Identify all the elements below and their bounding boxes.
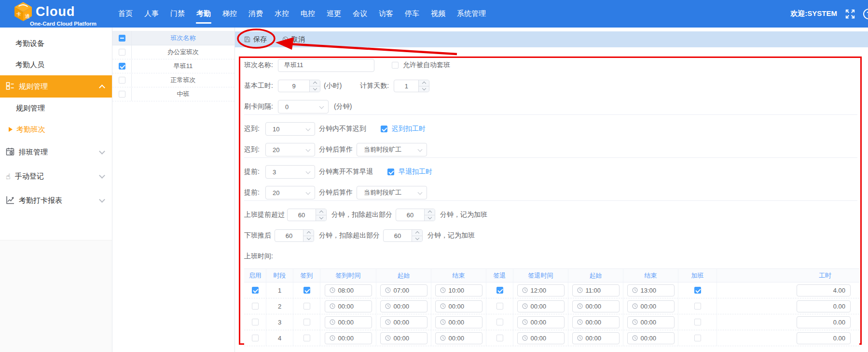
spinner-up-icon[interactable] — [419, 80, 429, 86]
signout-checkbox[interactable] — [496, 303, 503, 310]
sidebar-group-考勤打卡报表[interactable]: 考勤打卡报表 — [0, 188, 112, 212]
enable-checkbox[interactable] — [252, 319, 259, 325]
signin-start-input[interactable]: 00:00 — [380, 300, 427, 312]
spinner-up-icon[interactable] — [412, 230, 422, 236]
shift-row-checkbox[interactable] — [119, 49, 125, 56]
spinner-control[interactable] — [316, 209, 326, 221]
work-hours-input[interactable]: 4.00 — [797, 284, 851, 296]
shift-list-row[interactable]: 早班11 — [112, 59, 234, 73]
overtime-before-threshold-input[interactable]: 60 — [287, 209, 327, 221]
spinner-control[interactable] — [418, 80, 429, 92]
signin-checkbox[interactable] — [303, 287, 310, 294]
nav-item[interactable]: 首页 — [118, 7, 133, 20]
signout-checkbox[interactable] — [496, 335, 503, 341]
spinner-up-icon[interactable] — [310, 80, 320, 86]
nav-item[interactable]: 停车 — [404, 7, 420, 20]
signout-end-input[interactable]: 00:00 — [627, 316, 675, 328]
calc-days-input[interactable]: 1 — [394, 80, 429, 92]
signin-end-input[interactable]: 10:00 — [435, 284, 482, 296]
fullscreen-icon[interactable] — [845, 9, 855, 19]
late-absent-select[interactable]: 20 — [265, 143, 315, 156]
work-hours-input[interactable]: 0.00 — [797, 332, 851, 344]
sidebar-group-规则管理[interactable]: 规则管理 — [0, 75, 112, 98]
early-allow-select[interactable]: 3 — [265, 165, 315, 179]
signin-checkbox[interactable] — [303, 303, 310, 310]
late-deduct-checkbox[interactable] — [381, 126, 387, 132]
signout-time-input[interactable]: 00:00 — [517, 316, 565, 328]
sidebar-group-排班管理[interactable]: 排班管理 — [0, 140, 112, 164]
spinner-down-icon[interactable] — [310, 86, 320, 92]
signin-end-input[interactable]: 00:00 — [435, 332, 482, 344]
nav-item[interactable]: 考勤 — [196, 7, 211, 20]
signout-end-input[interactable]: 00:00 — [627, 332, 675, 344]
spinner-control[interactable] — [424, 209, 435, 221]
spinner-up-icon[interactable] — [425, 209, 435, 215]
nav-item[interactable]: 水控 — [274, 7, 289, 20]
overtime-checkbox[interactable] — [694, 287, 701, 294]
enable-checkbox[interactable] — [252, 287, 259, 294]
early-absent-select[interactable]: 20 — [265, 186, 315, 199]
work-hours-input[interactable]: 0.00 — [797, 300, 851, 312]
nav-item[interactable]: 访客 — [378, 7, 394, 20]
nav-item[interactable]: 人事 — [144, 7, 159, 20]
shift-list-row[interactable]: 中班 — [112, 87, 234, 101]
work-hours-input[interactable]: 0.00 — [797, 316, 851, 328]
late-allow-select[interactable]: 10 — [265, 122, 315, 136]
sidebar-item-考勤班次[interactable]: 考勤班次 — [0, 119, 112, 140]
enable-checkbox[interactable] — [252, 335, 259, 341]
help-icon[interactable]: ? — [863, 9, 868, 19]
sidebar-item-考勤设备[interactable]: 考勤设备 — [0, 33, 112, 54]
enable-checkbox[interactable] — [252, 303, 259, 310]
signin-checkbox[interactable] — [303, 319, 310, 325]
nav-item[interactable]: 会议 — [352, 7, 368, 20]
overtime-checkbox[interactable] — [694, 335, 701, 341]
signin-time-input[interactable]: 00:00 — [325, 300, 372, 312]
spinner-down-icon[interactable] — [412, 236, 422, 242]
signin-start-input[interactable]: 07:00 — [380, 284, 427, 296]
spinner-down-icon[interactable] — [425, 215, 435, 221]
swipe-interval-select[interactable]: 0 — [278, 100, 329, 113]
shift-row-checkbox[interactable] — [119, 91, 125, 98]
nav-item[interactable]: 巡更 — [326, 7, 342, 20]
shift-list-row[interactable]: 办公室班次 — [112, 45, 234, 59]
cancel-button[interactable]: 取消 — [282, 35, 305, 44]
spinner-control[interactable] — [303, 230, 314, 241]
signout-end-input[interactable]: 00:00 — [627, 300, 675, 312]
signin-start-input[interactable]: 00:00 — [380, 316, 427, 328]
signout-time-input[interactable]: 12:00 — [517, 284, 565, 296]
signout-checkbox[interactable] — [496, 319, 503, 325]
signout-time-input[interactable]: 00:00 — [517, 300, 565, 312]
overtime-after-deduct-input[interactable]: 60 — [383, 229, 423, 242]
signin-time-input[interactable]: 00:00 — [325, 332, 372, 344]
signout-start-input[interactable]: 00:00 — [572, 316, 620, 328]
shift-list-row[interactable]: 正常班次 — [112, 73, 234, 87]
signout-time-input[interactable]: 00:00 — [517, 332, 565, 344]
overtime-checkbox[interactable] — [694, 303, 701, 310]
spinner-control[interactable] — [309, 80, 320, 92]
signout-start-input[interactable]: 11:00 — [572, 284, 620, 296]
nav-item[interactable]: 梯控 — [222, 7, 237, 20]
signin-time-input[interactable]: 08:00 — [325, 284, 372, 296]
overtime-before-deduct-input[interactable]: 60 — [396, 209, 435, 221]
shift-name-input[interactable]: 早班11 — [278, 59, 374, 72]
nav-item[interactable]: 门禁 — [170, 7, 185, 20]
signin-end-input[interactable]: 00:00 — [435, 300, 482, 312]
signin-time-input[interactable]: 00:00 — [325, 316, 372, 328]
signin-start-input[interactable]: 00:00 — [380, 332, 427, 344]
shift-row-checkbox[interactable] — [119, 77, 125, 84]
base-hours-input[interactable]: 9 — [278, 80, 320, 92]
nav-item[interactable]: 视频 — [430, 7, 446, 20]
signin-checkbox[interactable] — [303, 335, 310, 341]
spinner-down-icon[interactable] — [419, 86, 429, 92]
spinner-up-icon[interactable] — [303, 230, 314, 236]
signout-checkbox[interactable] — [496, 287, 503, 294]
sidebar-item-考勤人员[interactable]: 考勤人员 — [0, 54, 112, 75]
signout-end-input[interactable]: 13:00 — [627, 284, 675, 296]
sidebar-item-规则管理[interactable]: 规则管理 — [0, 98, 112, 119]
signin-end-input[interactable]: 00:00 — [435, 316, 482, 328]
spinner-up-icon[interactable] — [316, 209, 326, 215]
spinner-control[interactable] — [412, 230, 422, 241]
signout-start-input[interactable]: 00:00 — [572, 300, 620, 312]
nav-item[interactable]: 系统管理 — [456, 7, 486, 20]
overtime-checkbox[interactable] — [694, 319, 701, 325]
